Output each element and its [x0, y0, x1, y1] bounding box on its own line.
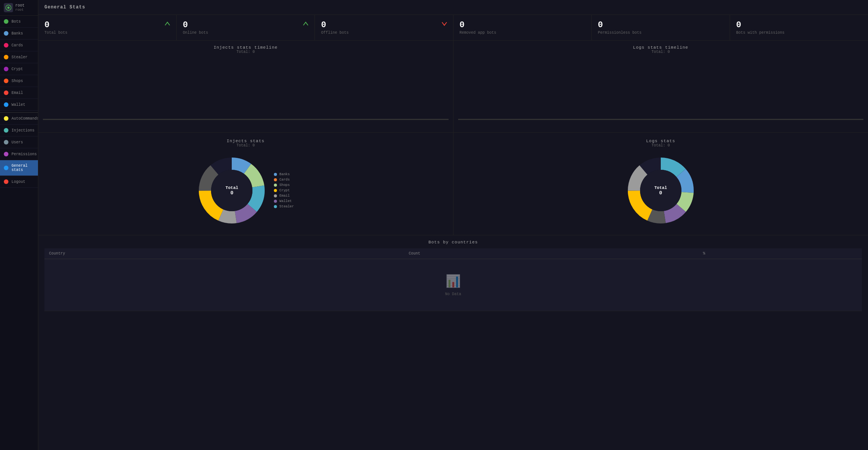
- legend-dot-icon: [274, 189, 277, 192]
- sidebar-item-label: Crypt: [11, 67, 23, 71]
- sidebar-item-crypt[interactable]: Crypt: [0, 63, 38, 75]
- injects-donut-svg: [197, 156, 266, 225]
- sidebar-item-injections[interactable]: Injections: [0, 125, 38, 136]
- sidebar-dot-icon: [4, 152, 8, 156]
- sidebar-item-label: Banks: [11, 31, 23, 36]
- logs-donut-subtitle: Total: 0: [652, 143, 670, 148]
- percent-col-header: %: [698, 248, 862, 259]
- sidebar-item-logout[interactable]: Logout: [0, 176, 38, 188]
- injects-legend: BanksCardsShopsCryptEmailWalletStealer: [274, 172, 294, 209]
- logs-xaxis: [458, 120, 864, 128]
- sidebar-item-cards[interactable]: Cards: [0, 39, 38, 51]
- injects-donut-panel: Injects stats Total: 0: [38, 133, 454, 235]
- timeline-charts: Injects stats timeline Total: 0 Logs sta…: [38, 41, 868, 133]
- legend-label: Email: [279, 194, 290, 198]
- sidebar-dot-icon: [4, 55, 8, 59]
- injects-donut-wrap: Total 0: [197, 152, 266, 229]
- stat-value-4: 0: [598, 20, 724, 30]
- legend-dot-icon: [274, 200, 277, 203]
- stats-row: 0Total bots0Online bots0Offline bots0Rem…: [38, 15, 868, 41]
- legend-label: Crypt: [279, 189, 290, 192]
- sidebar-item-label: Stealer: [11, 55, 28, 59]
- legend-item-1: Cards: [274, 178, 294, 182]
- svg-point-10: [211, 170, 252, 211]
- sidebar-item-label: AutoCommands: [11, 117, 38, 121]
- stat-label-4: Permissionless bots: [598, 31, 724, 35]
- sidebar-item-banks[interactable]: Banks: [0, 28, 38, 39]
- injects-donut-title: Injects stats: [227, 139, 265, 143]
- stat-label-3: Removed app bots: [460, 31, 585, 35]
- sidebar-item-label: Wallet: [11, 103, 25, 107]
- injects-timeline-subtitle: Total: 0: [43, 50, 449, 54]
- sidebar-dot-icon: [4, 102, 8, 107]
- sidebar-dot-icon: [4, 140, 8, 145]
- stat-item-1: 0Online bots: [177, 15, 315, 40]
- sidebar-item-label: Bots: [11, 20, 21, 24]
- sidebar-item-label: Logout: [11, 180, 25, 184]
- legend-dot-icon: [274, 173, 277, 176]
- sidebar-item-stealer[interactable]: Stealer: [0, 51, 38, 63]
- logs-timeline-title: Logs stats timeline: [458, 45, 864, 50]
- legend-dot-icon: [274, 184, 277, 187]
- donut-charts: Injects stats Total: 0: [38, 133, 868, 235]
- sidebar-item-general-stats[interactable]: General stats: [0, 160, 38, 176]
- legend-label: Shops: [279, 183, 290, 187]
- logs-timeline-area: [458, 57, 864, 120]
- country-col-header: Country: [44, 248, 404, 259]
- svg-point-19: [640, 170, 681, 211]
- logo-text-group: root root: [15, 3, 25, 12]
- no-data-icon: 📊: [445, 274, 461, 289]
- sidebar-item-permissions[interactable]: Permissions: [0, 148, 38, 160]
- countries-table: Country Count % 📊 No Data: [44, 248, 862, 311]
- stat-value-1: 0: [183, 20, 308, 30]
- sidebar-item-users[interactable]: Users: [0, 136, 38, 148]
- main-content: General Stats 0Total bots0Online bots0Of…: [38, 0, 868, 450]
- injects-timeline-area: [43, 57, 449, 120]
- stat-icon-2: [441, 20, 448, 27]
- legend-label: Cards: [279, 178, 290, 182]
- legend-label: Banks: [279, 172, 290, 176]
- stat-item-2: 0Offline bots: [315, 15, 453, 40]
- sidebar: root root BotsBanksCardsStealerCryptShop…: [0, 0, 38, 450]
- logs-donut-container: Total 0: [460, 152, 862, 229]
- legend-item-5: Wallet: [274, 199, 294, 203]
- no-data-text: No Data: [445, 292, 461, 296]
- legend-item-3: Crypt: [274, 189, 294, 192]
- stat-icon-1: [302, 20, 309, 27]
- logs-timeline-panel: Logs stats timeline Total: 0: [454, 41, 868, 132]
- legend-label: Wallet: [279, 199, 292, 203]
- sidebar-item-label: Shops: [11, 79, 23, 83]
- sidebar-item-email[interactable]: Email: [0, 87, 38, 99]
- sidebar-item-autocommands[interactable]: AutoCommands: [0, 112, 38, 125]
- sidebar-dot-icon: [4, 43, 8, 48]
- stat-value-3: 0: [460, 20, 585, 30]
- countries-section: Bots by countries Country Count % 📊 No D…: [38, 235, 868, 316]
- stat-value-2: 0: [321, 20, 447, 30]
- injects-xaxis: [43, 120, 449, 128]
- sidebar-logo: root root: [0, 0, 38, 16]
- stat-item-3: 0Removed app bots: [454, 15, 592, 40]
- sidebar-dot-icon: [4, 179, 8, 184]
- sidebar-dot-icon: [4, 90, 8, 95]
- legend-dot-icon: [274, 205, 277, 208]
- sidebar-item-label: Permissions: [11, 152, 37, 156]
- sidebar-dot-icon: [4, 116, 8, 121]
- sidebar-dot-icon: [4, 67, 8, 71]
- sidebar-item-label: Cards: [11, 43, 23, 48]
- sidebar-item-label: General stats: [11, 164, 34, 172]
- stat-label-0: Total bots: [44, 31, 170, 35]
- logo-title: root: [15, 3, 25, 8]
- logo-icon: [4, 3, 13, 12]
- stat-icon-0: [164, 20, 171, 27]
- sidebar-dot-icon: [4, 31, 8, 36]
- sidebar-item-shops[interactable]: Shops: [0, 75, 38, 87]
- legend-dot-icon: [274, 178, 277, 181]
- no-data-cell: 📊 No Data: [44, 259, 862, 311]
- sidebar-item-bots[interactable]: Bots: [0, 16, 38, 28]
- logs-donut-panel: Logs stats Total: 0: [454, 133, 868, 235]
- injects-donut-container: Total 0 BanksCardsShopsCryptEmailWalletS…: [44, 152, 447, 229]
- logo-subtitle: root: [15, 8, 25, 12]
- no-data-row: 📊 No Data: [44, 259, 862, 311]
- sidebar-item-wallet[interactable]: Wallet: [0, 99, 38, 111]
- sidebar-dot-icon: [4, 166, 8, 170]
